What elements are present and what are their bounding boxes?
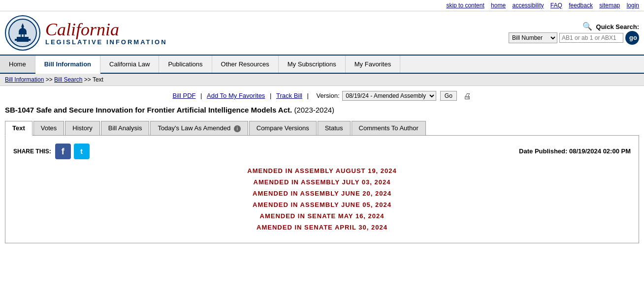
tab-text[interactable]: Text bbox=[5, 121, 32, 136]
bill-pdf-link[interactable]: Bill PDF bbox=[173, 92, 196, 99]
bill-actions-row: Bill PDF | Add To My Favorites | Track B… bbox=[5, 91, 639, 101]
quick-search-area: 🔍 Quick Search: Bill Number Statute Cons… bbox=[509, 22, 639, 45]
capitol-logo bbox=[5, 15, 40, 51]
quick-search-input[interactable] bbox=[559, 33, 623, 43]
svg-rect-8 bbox=[22, 34, 24, 37]
nav-item-bill-information[interactable]: Bill Information bbox=[35, 56, 100, 74]
home-utility-link[interactable]: home bbox=[491, 2, 506, 9]
quick-search-label: Quick Search: bbox=[596, 23, 639, 30]
svg-rect-6 bbox=[15, 39, 31, 41]
sep1: | bbox=[200, 92, 204, 99]
tab-comments-to-author[interactable]: Comments To Author bbox=[352, 121, 426, 135]
sitemap-link[interactable]: sitemap bbox=[599, 2, 620, 9]
amendment-line-4: AMENDED IN ASSEMBLY JUNE 05, 2024 bbox=[13, 201, 631, 208]
twitter-icon[interactable]: t bbox=[74, 144, 90, 159]
login-link[interactable]: login bbox=[627, 2, 639, 9]
header: California LEGISLATIVE INFORMATION 🔍 Qui… bbox=[0, 11, 644, 56]
svg-rect-7 bbox=[19, 34, 21, 37]
todays-law-info-icon[interactable]: i bbox=[234, 125, 241, 132]
tab-status[interactable]: Status bbox=[318, 121, 351, 135]
breadcrumb: Bill Information >> Bill Search >> Text bbox=[0, 74, 644, 86]
logo-subtitle-text: LEGISLATIVE INFORMATION bbox=[45, 38, 167, 46]
print-icon[interactable]: 🖨 bbox=[463, 92, 471, 101]
svg-rect-9 bbox=[25, 34, 27, 37]
bill-main-title: Safe and Secure Innovation for Frontier … bbox=[36, 106, 292, 114]
version-label: Version: bbox=[317, 92, 340, 99]
tab-compare-versions[interactable]: Compare Versions bbox=[249, 121, 317, 135]
nav-item-my-favorites[interactable]: My Favorites bbox=[346, 56, 400, 73]
tab-todays-law[interactable]: Today's Law As Amended i bbox=[150, 121, 248, 135]
share-label: SHARE THIS: bbox=[13, 148, 51, 155]
share-row: SHARE THIS: f t Date Published: 08/19/20… bbox=[13, 144, 631, 159]
version-go-button[interactable]: Go bbox=[440, 91, 457, 101]
sep2: | bbox=[270, 92, 273, 99]
track-bill-link[interactable]: Track Bill bbox=[276, 92, 302, 99]
tab-bill-analysis[interactable]: Bill Analysis bbox=[101, 121, 150, 135]
amendment-line-1: AMENDED IN ASSEMBLY AUGUST 19, 2024 bbox=[13, 167, 631, 174]
amendment-line-6: AMENDED IN SENATE APRIL 30, 2024 bbox=[13, 224, 631, 231]
nav-item-other-resources[interactable]: Other Resources bbox=[212, 56, 279, 73]
skip-to-content-link[interactable]: skip to content bbox=[446, 2, 484, 9]
add-to-favorites-link[interactable]: Add To My Favorites bbox=[207, 92, 265, 99]
quick-search-go-button[interactable]: go bbox=[625, 31, 639, 45]
tab-history[interactable]: History bbox=[65, 121, 99, 135]
navbar: Home Bill Information California Law Pub… bbox=[0, 56, 644, 74]
quick-search-type-select[interactable]: Bill Number Statute Constitution Code Se… bbox=[509, 32, 557, 43]
nav-item-california-law[interactable]: California Law bbox=[100, 56, 159, 73]
version-select[interactable]: 08/19/24 - Amended Assembly bbox=[342, 91, 436, 101]
tab-votes[interactable]: Votes bbox=[33, 121, 64, 135]
sep3: | bbox=[307, 92, 311, 99]
bill-number: SB-1047 bbox=[5, 106, 34, 114]
breadcrumb-sep2: >> bbox=[84, 76, 93, 83]
logo-text: California LEGISLATIVE INFORMATION bbox=[45, 21, 167, 46]
content-area: Bill PDF | Add To My Favorites | Track B… bbox=[0, 86, 644, 248]
bill-title: SB-1047 Safe and Secure Innovation for F… bbox=[5, 106, 639, 114]
faq-link[interactable]: FAQ bbox=[550, 2, 562, 9]
breadcrumb-bill-search[interactable]: Bill Search bbox=[54, 76, 82, 83]
logo-california-text: California bbox=[45, 21, 167, 38]
utility-bar: skip to content home accessibility FAQ f… bbox=[0, 0, 644, 11]
feedback-link[interactable]: feedback bbox=[569, 2, 593, 9]
nav-item-publications[interactable]: Publications bbox=[159, 56, 212, 73]
facebook-icon[interactable]: f bbox=[55, 144, 71, 159]
breadcrumb-text: Text bbox=[93, 76, 103, 83]
search-icon: 🔍 bbox=[582, 22, 592, 30]
logo-area: California LEGISLATIVE INFORMATION bbox=[5, 15, 167, 51]
breadcrumb-bill-information[interactable]: Bill Information bbox=[5, 76, 44, 83]
nav-item-home[interactable]: Home bbox=[0, 56, 35, 73]
quick-search-row: Bill Number Statute Constitution Code Se… bbox=[509, 31, 639, 45]
breadcrumb-sep1: >> bbox=[46, 76, 54, 83]
date-published: Date Published: 08/19/2024 02:00 PM bbox=[519, 147, 631, 155]
accessibility-link[interactable]: accessibility bbox=[512, 2, 544, 9]
amendment-line-2: AMENDED IN ASSEMBLY JULY 03, 2024 bbox=[13, 178, 631, 186]
tab-content-text: SHARE THIS: f t Date Published: 08/19/20… bbox=[5, 136, 639, 243]
quick-search-label-row: 🔍 Quick Search: bbox=[582, 22, 639, 31]
amendments-list: AMENDED IN ASSEMBLY AUGUST 19, 2024 AMEN… bbox=[13, 167, 631, 231]
amendment-line-3: AMENDED IN ASSEMBLY JUNE 20, 2024 bbox=[13, 190, 631, 197]
nav-item-my-subscriptions[interactable]: My Subscriptions bbox=[279, 56, 346, 73]
bill-year-value: (2023-2024) bbox=[294, 106, 334, 114]
tabs-bar: Text Votes History Bill Analysis Today's… bbox=[5, 121, 639, 136]
amendment-line-5: AMENDED IN SENATE MAY 16, 2024 bbox=[13, 212, 631, 220]
